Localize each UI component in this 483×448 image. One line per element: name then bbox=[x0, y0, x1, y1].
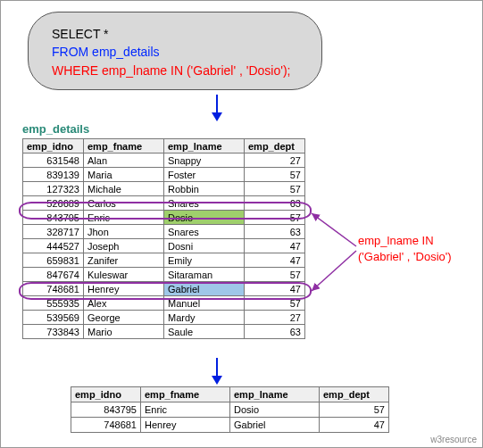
watermark-text: w3resource bbox=[430, 435, 477, 444]
cell-idno: 733843 bbox=[23, 325, 84, 339]
arrow-down-icon bbox=[208, 95, 226, 121]
sql-line-select: SELECT * bbox=[52, 25, 302, 43]
cell-dept: 47 bbox=[320, 418, 389, 433]
cell-lname: Gabriel bbox=[164, 282, 245, 296]
callout-arrows-icon bbox=[303, 206, 365, 306]
header-idno: emp_idno bbox=[23, 139, 84, 153]
table-row: 748681HenreyGabriel47 bbox=[23, 282, 305, 296]
table-row: 843795EnricDosio57 bbox=[71, 402, 389, 418]
table-row: 839139MariaFoster57 bbox=[23, 168, 305, 182]
table-header-row: emp_idno emp_fname emp_lname emp_dept bbox=[23, 139, 305, 153]
cell-idno: 839139 bbox=[23, 168, 84, 182]
cell-idno: 539569 bbox=[23, 311, 84, 325]
cell-fname: Alan bbox=[84, 153, 164, 168]
cell-idno: 328717 bbox=[23, 225, 84, 239]
table-title: emp_details bbox=[22, 122, 89, 136]
cell-dept: 57 bbox=[245, 182, 305, 196]
diagram-frame: SELECT * FROM emp_details WHERE emp_lnam… bbox=[0, 0, 483, 448]
header-fname: emp_fname bbox=[141, 387, 230, 402]
arrow-down-icon bbox=[208, 358, 226, 385]
cell-dept: 27 bbox=[245, 153, 305, 168]
header-lname: emp_lname bbox=[164, 139, 245, 153]
cell-dept: 47 bbox=[245, 282, 305, 296]
cell-fname: Michale bbox=[84, 182, 164, 196]
cell-lname: Gabriel bbox=[230, 418, 320, 433]
cell-idno: 444527 bbox=[23, 239, 84, 253]
table-row: 555935AlexManuel57 bbox=[23, 296, 305, 311]
cell-dept: 63 bbox=[245, 225, 305, 239]
cell-lname: Manuel bbox=[164, 296, 245, 311]
table-row: 526689CarlosSnares63 bbox=[23, 196, 305, 211]
cell-lname: Dosni bbox=[164, 239, 245, 253]
table-row: 847674KuleswarSitaraman57 bbox=[23, 268, 305, 282]
cell-dept: 57 bbox=[245, 296, 305, 311]
sql-query-box: SELECT * FROM emp_details WHERE emp_lnam… bbox=[28, 12, 322, 90]
cell-fname: Jhon bbox=[84, 225, 164, 239]
table-row: 539569GeorgeMardy27 bbox=[23, 311, 305, 325]
cell-lname: Sitaraman bbox=[164, 268, 245, 282]
svg-marker-5 bbox=[212, 376, 222, 385]
cell-lname: Robbin bbox=[164, 182, 245, 196]
cell-idno: 843795 bbox=[71, 402, 141, 418]
cell-idno: 631548 bbox=[23, 153, 84, 168]
cell-dept: 47 bbox=[245, 253, 305, 268]
cell-lname: Emily bbox=[164, 253, 245, 268]
cell-idno: 526689 bbox=[23, 196, 84, 211]
cell-dept: 57 bbox=[245, 168, 305, 182]
cell-idno: 555935 bbox=[23, 296, 84, 311]
cell-fname: Alex bbox=[84, 296, 164, 311]
cell-lname: Mardy bbox=[164, 311, 245, 325]
table-row: 328717JhonSnares63 bbox=[23, 225, 305, 239]
cell-fname: Enric bbox=[84, 211, 164, 225]
cell-idno: 847674 bbox=[23, 268, 84, 282]
cell-fname: George bbox=[84, 311, 164, 325]
table-row: 748681HenreyGabriel47 bbox=[71, 418, 389, 433]
result-table: emp_idno emp_fname emp_lname emp_dept 84… bbox=[71, 386, 389, 433]
svg-marker-1 bbox=[212, 112, 222, 121]
table-row: 631548AlanSnappy27 bbox=[23, 153, 305, 168]
header-fname: emp_fname bbox=[84, 139, 164, 153]
cell-dept: 57 bbox=[320, 402, 389, 418]
svg-line-3 bbox=[312, 251, 356, 291]
table-row: 733843MarioSaule63 bbox=[23, 325, 305, 339]
cell-dept: 63 bbox=[245, 325, 305, 339]
cell-dept: 57 bbox=[245, 268, 305, 282]
cell-lname: Snares bbox=[164, 196, 245, 211]
cell-lname: Dosio bbox=[164, 211, 245, 225]
header-lname: emp_lname bbox=[230, 387, 320, 402]
cell-idno: 748681 bbox=[71, 418, 141, 433]
source-table: emp_idno emp_fname emp_lname emp_dept 63… bbox=[22, 138, 305, 339]
cell-fname: Carlos bbox=[84, 196, 164, 211]
cell-idno: 659831 bbox=[23, 253, 84, 268]
table-row: 659831ZaniferEmily47 bbox=[23, 253, 305, 268]
filter-callout: emp_lname IN ('Gabriel' , 'Dosio') bbox=[358, 233, 452, 265]
cell-lname: Snares bbox=[164, 225, 245, 239]
cell-idno: 748681 bbox=[23, 282, 84, 296]
cell-fname: Henrey bbox=[84, 282, 164, 296]
cell-dept: 47 bbox=[245, 239, 305, 253]
cell-fname: Henrey bbox=[141, 418, 230, 433]
table-row: 127323MichaleRobbin57 bbox=[23, 182, 305, 196]
cell-fname: Kuleswar bbox=[84, 268, 164, 282]
cell-fname: Maria bbox=[84, 168, 164, 182]
sql-line-from: FROM emp_details bbox=[52, 43, 302, 61]
table-row: 444527JosephDosni47 bbox=[23, 239, 305, 253]
cell-fname: Joseph bbox=[84, 239, 164, 253]
cell-lname: Saule bbox=[164, 325, 245, 339]
sql-line-where: WHERE emp_lname IN ('Gabriel' , 'Dosio')… bbox=[52, 62, 302, 79]
header-dept: emp_dept bbox=[320, 387, 389, 402]
header-idno: emp_idno bbox=[71, 387, 141, 402]
table-row: 843795EnricDosio57 bbox=[23, 211, 305, 225]
header-dept: emp_dept bbox=[245, 139, 305, 153]
cell-dept: 57 bbox=[245, 211, 305, 225]
svg-line-2 bbox=[312, 213, 356, 246]
cell-lname: Snappy bbox=[164, 153, 245, 168]
cell-fname: Zanifer bbox=[84, 253, 164, 268]
cell-dept: 63 bbox=[245, 196, 305, 211]
cell-idno: 127323 bbox=[23, 182, 84, 196]
callout-line2: ('Gabriel' , 'Dosio') bbox=[358, 249, 452, 265]
cell-fname: Mario bbox=[84, 325, 164, 339]
callout-line1: emp_lname IN bbox=[358, 233, 452, 249]
cell-lname: Dosio bbox=[230, 402, 320, 418]
cell-dept: 27 bbox=[245, 311, 305, 325]
